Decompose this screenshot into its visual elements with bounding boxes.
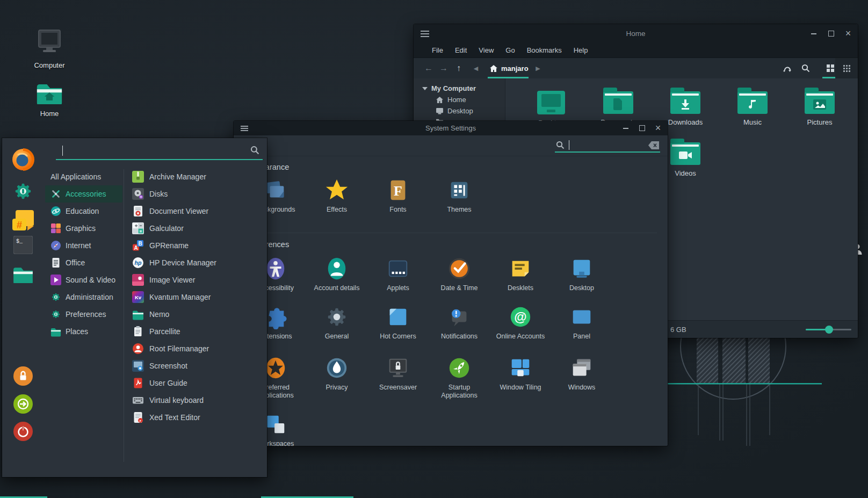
- settings-tile-desklets[interactable]: Desklets: [494, 256, 547, 292]
- app-kvantum-manager[interactable]: Kv Kvantum Manager: [127, 288, 265, 306]
- shutdown-button[interactable]: [13, 422, 33, 443]
- breadcrumb[interactable]: manjaro: [484, 64, 534, 73]
- compact-view-button[interactable]: [837, 58, 856, 78]
- app-archive-manager[interactable]: Archive Manager: [127, 168, 265, 185]
- archive-manager-icon: [132, 171, 144, 183]
- app-galculator[interactable]: Galculator: [127, 220, 265, 237]
- app-xed-text-editor[interactable]: Xed Text Editor: [127, 409, 265, 426]
- settings-tile-date-time[interactable]: Date & Time: [432, 256, 486, 292]
- maximize-button[interactable]: [638, 124, 646, 133]
- menu-search-input[interactable]: [54, 142, 264, 160]
- menu-help[interactable]: Help: [574, 46, 588, 54]
- expander-icon[interactable]: [422, 87, 428, 90]
- sidebar-item-desktop[interactable]: Desktop: [414, 105, 505, 117]
- software-icon: #: [12, 210, 34, 230]
- app-root-filemanager[interactable]: Root Filemanager: [127, 340, 265, 357]
- settings-search-row: [234, 135, 668, 156]
- settings-tile-window-tiling[interactable]: Window Tiling: [494, 356, 547, 392]
- settings-tile-screensaver[interactable]: Screensaver: [371, 356, 425, 392]
- category-places[interactable]: Places: [45, 323, 122, 340]
- maximize-button[interactable]: [827, 30, 835, 38]
- zoom-slider-handle[interactable]: [825, 326, 833, 334]
- back-icon[interactable]: ←: [421, 63, 436, 73]
- zoom-slider[interactable]: [806, 326, 851, 333]
- settings-tile-notifications[interactable]: Notifications: [432, 305, 486, 341]
- internet-icon: [50, 240, 61, 251]
- app-document-viewer[interactable]: Document Viewer: [127, 203, 265, 220]
- lock-button[interactable]: [13, 366, 33, 388]
- folder-icon: [670, 142, 700, 165]
- settings-tile-applets[interactable]: Applets: [371, 256, 425, 292]
- folder-downloads[interactable]: Downloads: [656, 86, 715, 126]
- settings-tile-desktop[interactable]: Desktop: [555, 256, 609, 292]
- search-icon[interactable]: [797, 58, 815, 78]
- settings-search-input[interactable]: [555, 139, 660, 153]
- files-launcher[interactable]: [12, 265, 34, 285]
- logout-icon: [13, 394, 33, 414]
- minimize-button[interactable]: [621, 124, 630, 133]
- app-disks[interactable]: Disks: [127, 185, 265, 203]
- app-gprename[interactable]: A B GPRename: [127, 237, 265, 254]
- category-accessories[interactable]: Accessories: [45, 185, 122, 203]
- settings-tile-hot-corners[interactable]: Hot Corners: [371, 305, 425, 341]
- settings-tile-startup-applications[interactable]: Startup Applications: [432, 356, 486, 400]
- app-hp-device-manager[interactable]: hp HP Device Manager: [127, 254, 265, 271]
- close-button[interactable]: ×: [654, 124, 662, 133]
- settings-tile-general[interactable]: General: [310, 305, 364, 341]
- category-administration[interactable]: Administration: [45, 288, 122, 306]
- settings-tile-windows[interactable]: Windows: [555, 356, 609, 392]
- category-graphics[interactable]: Graphics: [45, 220, 122, 237]
- lock-icon: [13, 366, 33, 386]
- windows-icon: [569, 356, 594, 380]
- system-settings-titlebar[interactable]: System Settings ×: [234, 121, 668, 135]
- app-image-viewer[interactable]: Image Viewer: [127, 271, 265, 288]
- app-user-guide[interactable]: User Guide: [127, 374, 265, 392]
- settings-tile-effects[interactable]: Effects: [310, 178, 364, 214]
- settings-tile-online-accounts[interactable]: @ Online Accounts: [494, 305, 547, 341]
- menu-edit[interactable]: Edit: [455, 46, 467, 54]
- logout-button[interactable]: [13, 394, 33, 416]
- forward-icon[interactable]: →: [436, 63, 451, 73]
- app-virtual-keyboard[interactable]: Virtual keyboard: [127, 392, 265, 409]
- folder-pictures[interactable]: Pictures: [790, 86, 849, 126]
- settings-tile-account-details[interactable]: Account details: [310, 256, 364, 292]
- category-office[interactable]: Office: [45, 254, 122, 271]
- category-sound-video[interactable]: Sound & Video: [45, 271, 122, 288]
- sidebar-item-home[interactable]: Home: [414, 94, 505, 105]
- folder-music[interactable]: Music: [723, 86, 782, 126]
- settings-launcher[interactable]: [12, 181, 34, 204]
- menu-bookmarks[interactable]: Bookmarks: [527, 46, 562, 54]
- menu-go[interactable]: Go: [505, 46, 515, 54]
- close-button[interactable]: ×: [844, 30, 852, 38]
- general-icon: [324, 305, 349, 329]
- settings-tile-privacy[interactable]: Privacy: [310, 356, 364, 392]
- terminal-launcher[interactable]: $_: [13, 236, 33, 256]
- app-parcellite[interactable]: Parcellite: [127, 323, 265, 340]
- firefox-launcher[interactable]: [12, 148, 34, 173]
- svg-text:F: F: [394, 183, 402, 199]
- settings-tile-fonts[interactable]: F Fonts: [371, 178, 425, 214]
- menu-file[interactable]: File: [432, 46, 443, 54]
- category-internet[interactable]: Internet: [45, 237, 122, 254]
- app-nemo[interactable]: Nemo: [127, 306, 265, 323]
- toggle-location-icon[interactable]: [778, 58, 797, 78]
- up-icon[interactable]: ↑: [451, 63, 466, 73]
- desklets-icon: [508, 256, 533, 281]
- settings-tile-panel[interactable]: Panel: [555, 305, 609, 341]
- clear-search-icon[interactable]: [648, 141, 659, 149]
- category-education[interactable]: Education: [45, 203, 122, 220]
- file-manager-titlebar[interactable]: Home ×: [414, 24, 858, 43]
- search-icon: [250, 146, 259, 155]
- menu-view[interactable]: View: [479, 46, 494, 54]
- minimize-button[interactable]: [809, 30, 818, 38]
- app-screenshot[interactable]: Screenshot: [127, 357, 265, 374]
- sidebar-section-my-computer[interactable]: My Computer: [414, 83, 505, 94]
- category-preferences[interactable]: Preferences: [45, 306, 122, 323]
- software-launcher[interactable]: #: [12, 210, 34, 233]
- breadcrumb-left-icon[interactable]: ◀: [472, 65, 480, 72]
- breadcrumb-right-icon[interactable]: ▶: [534, 65, 542, 72]
- settings-tile-themes[interactable]: Themes: [432, 178, 486, 214]
- sound-video-icon: [50, 275, 61, 285]
- folder-documents[interactable]: Documents: [589, 86, 648, 126]
- category-all-applications[interactable]: All Applications: [45, 168, 122, 185]
